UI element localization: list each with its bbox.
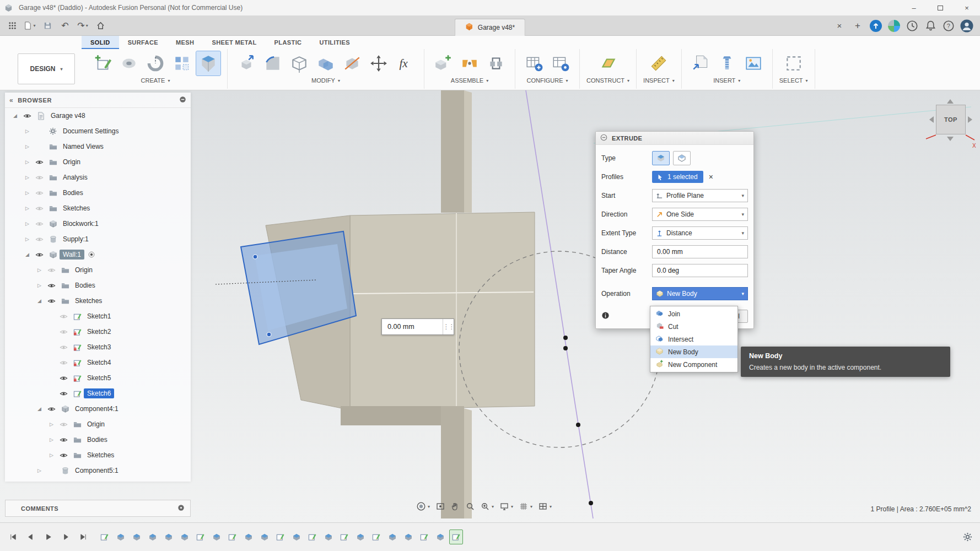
display-settings-tool-button[interactable]: ▾: [500, 502, 513, 511]
job-status-icon[interactable]: [869, 19, 882, 33]
undo-button[interactable]: ↶: [57, 18, 73, 34]
timeline-feature-extrude[interactable]: [401, 530, 415, 544]
viewcube-arrow-down[interactable]: [947, 137, 954, 141]
extrude-tool-button[interactable]: [196, 51, 220, 75]
visibility-eye-icon[interactable]: [32, 174, 46, 182]
browser-item-sketch4[interactable]: Sketch4: [5, 355, 191, 370]
browser-item-component5-1[interactable]: ▷Component5:1: [5, 463, 191, 478]
parameters-tool-button[interactable]: fx: [393, 51, 417, 75]
browser-item-supply-1[interactable]: ▷Supply:1: [5, 231, 191, 247]
grid-and-snaps-tool-button[interactable]: ▾: [519, 502, 532, 511]
expand-arrow-icon[interactable]: ▷: [23, 128, 32, 134]
expand-arrow-icon[interactable]: ▷: [23, 175, 32, 180]
profile-handle[interactable]: [267, 332, 271, 337]
browser-item-sketches[interactable]: ▷Sketches: [5, 447, 191, 463]
ribbon-group-label-insert[interactable]: INSERT▾: [713, 77, 740, 84]
timeline-feature-extrude[interactable]: [209, 530, 223, 544]
pattern-tool-button[interactable]: [170, 51, 194, 75]
ribbon-group-label-construct[interactable]: CONSTRUCT▾: [586, 77, 629, 84]
browser-item-analysis[interactable]: ▷Analysis: [5, 170, 191, 185]
expand-arrow-icon[interactable]: ▷: [47, 437, 56, 442]
manipulator-point[interactable]: [576, 423, 580, 427]
close-window-button[interactable]: ×: [954, 0, 980, 16]
visibility-eye-icon[interactable]: [56, 420, 71, 429]
ribbon-group-label-assemble[interactable]: ASSEMBLE▾: [451, 77, 488, 84]
timeline-go-to-start-button[interactable]: [7, 531, 19, 543]
browser-item-origin[interactable]: ▷Origin: [5, 262, 191, 278]
browser-item-sketches[interactable]: ▷Sketches: [5, 201, 191, 216]
start-select[interactable]: Profile Plane ▾: [652, 189, 748, 202]
expand-arrow-icon[interactable]: ◢: [23, 252, 32, 257]
browser-item-origin[interactable]: ▷Origin: [5, 154, 191, 170]
timeline-go-to-end-button[interactable]: [77, 531, 90, 543]
help-icon[interactable]: ?: [942, 19, 955, 33]
maximize-button[interactable]: [927, 0, 954, 16]
tab-sheet-metal[interactable]: SHEET METAL: [203, 36, 265, 49]
timeline-feature-extrude[interactable]: [385, 530, 399, 544]
dimension-value[interactable]: 0.00 mm: [382, 323, 443, 331]
timeline-step-back-button[interactable]: [24, 531, 37, 543]
dimension-input[interactable]: 0.00 mm ⋮⋮: [381, 318, 454, 335]
file-button[interactable]: ▾: [22, 18, 37, 34]
comments-bar[interactable]: COMMENTS: [5, 500, 191, 517]
viewcube-arrow-up[interactable]: [947, 99, 954, 104]
operation-select[interactable]: New Body ▾: [652, 287, 748, 300]
browser-item-sketch2[interactable]: Sketch2: [5, 324, 191, 339]
expand-arrow-icon[interactable]: ▷: [47, 452, 56, 458]
save-button[interactable]: [40, 18, 55, 34]
visibility-eye-icon[interactable]: [44, 266, 58, 274]
visibility-eye-icon[interactable]: [56, 343, 71, 352]
visibility-eye-icon[interactable]: [56, 451, 71, 460]
visibility-eye-icon[interactable]: [32, 251, 46, 259]
visibility-eye-icon[interactable]: [44, 282, 58, 290]
timeline-feature-extrude[interactable]: [130, 530, 143, 544]
manipulator-point[interactable]: [589, 501, 593, 505]
home-button[interactable]: [93, 18, 108, 34]
browser-item-bodies[interactable]: ▷Bodies: [5, 185, 191, 201]
browser-item-bodies[interactable]: ▷Bodies: [5, 432, 191, 447]
visibility-eye-icon[interactable]: [56, 436, 71, 444]
visibility-eye-icon[interactable]: [32, 189, 46, 197]
timeline-feature-extrude[interactable]: [433, 530, 447, 544]
visibility-eye-icon[interactable]: [56, 359, 71, 367]
visibility-eye-icon[interactable]: [44, 405, 58, 413]
rigid-group-tool-button[interactable]: [484, 51, 508, 75]
zoom-tool-button[interactable]: ▾: [481, 502, 494, 511]
visibility-eye-icon[interactable]: [56, 312, 71, 321]
expand-arrow-icon[interactable]: ◢: [35, 406, 44, 412]
direction-select[interactable]: One Side ▾: [652, 208, 748, 221]
configuration-table-tool-button[interactable]: [522, 51, 546, 75]
timeline-settings-gear-icon[interactable]: [963, 532, 980, 542]
ribbon-group-label-modify[interactable]: MODIFY▾: [311, 77, 340, 84]
browser-item-sketch1[interactable]: Sketch1: [5, 309, 191, 324]
canvas-tool-button[interactable]: [741, 51, 766, 75]
browser-item-document-settings[interactable]: ▷Document Settings: [5, 123, 191, 139]
ribbon-group-label-select[interactable]: SELECT▾: [779, 77, 808, 84]
expand-arrow-icon[interactable]: ▷: [35, 267, 44, 273]
timeline-feature-extrude[interactable]: [161, 530, 175, 544]
timeline-feature-sketch[interactable]: [273, 530, 287, 544]
browser-item-sketch6[interactable]: Sketch6: [5, 386, 191, 401]
timeline-feature-sketch[interactable]: [449, 530, 463, 544]
browser-item-garage-v48[interactable]: ◢Garage v48: [5, 108, 191, 123]
viewcube-arrow-right[interactable]: [968, 116, 972, 123]
create-sketch-tool-button[interactable]: [90, 51, 115, 75]
timeline-play-button[interactable]: [42, 531, 55, 543]
profile-avatar-icon[interactable]: [960, 19, 973, 33]
operation-option-join[interactable]: Join: [650, 307, 737, 320]
expand-arrow-icon[interactable]: ▷: [23, 190, 32, 196]
timeline-feature-extrude[interactable]: [257, 530, 271, 544]
tab-mesh[interactable]: MESH: [167, 36, 203, 49]
minimize-button[interactable]: –: [901, 0, 927, 16]
fillet-tool-button[interactable]: [261, 51, 285, 75]
visibility-eye-icon[interactable]: [32, 235, 46, 244]
timeline-feature-sketch[interactable]: [225, 530, 239, 544]
shell-tool-button[interactable]: [287, 51, 311, 75]
expand-arrow-icon[interactable]: ▷: [23, 144, 32, 149]
move-tool-button[interactable]: [367, 51, 391, 75]
browser-item-wall-1[interactable]: ◢Wall:1: [5, 247, 191, 262]
viewcube[interactable]: TOP X: [923, 98, 978, 150]
operation-option-new-body[interactable]: New Body: [650, 345, 737, 358]
distance-input[interactable]: 0.00 mm: [652, 245, 748, 258]
tab-plastic[interactable]: PLASTIC: [266, 36, 311, 49]
